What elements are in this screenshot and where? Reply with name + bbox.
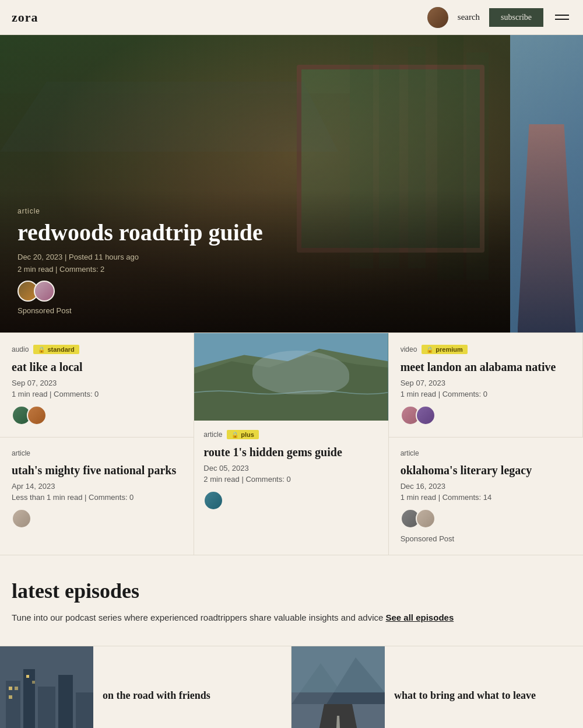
badge-premium: 🔒 premium (422, 345, 467, 354)
comments: Comments: 0 (245, 475, 290, 484)
read-time: 2 min read (203, 475, 239, 484)
card-date: Sep 07, 2023 (12, 379, 182, 387)
card-avatar-1[interactable] (203, 491, 223, 510)
card-date: Apr 14, 2023 (12, 482, 182, 491)
card-tag-row: article (12, 449, 182, 457)
episodes-section: latest episodes Tune into our podcast se… (0, 555, 583, 646)
see-all-episodes-link[interactable]: See all episodes (386, 612, 454, 622)
svg-rect-16 (76, 692, 93, 728)
svg-rect-28 (292, 646, 385, 693)
hero-main-article[interactable]: article redwoods roadtrip guide Dec 20, … (0, 35, 510, 332)
card-date: Dec 16, 2023 (401, 482, 571, 491)
comments: Comments: 14 (442, 493, 492, 502)
hero-overlay: article redwoods roadtrip guide Dec 20, … (0, 190, 510, 332)
card-date: Sep 07, 2023 (401, 379, 571, 387)
hero-read-row: 2 min read | Comments: 2 (17, 265, 493, 274)
svg-rect-19 (15, 687, 18, 690)
card-avatars (203, 491, 378, 510)
hero-separator2: | (55, 265, 59, 274)
card-title: eat like a local (12, 360, 182, 374)
card-tag-row: article 🔒 plus (203, 430, 378, 439)
avatar[interactable] (427, 7, 448, 28)
road-scene (292, 646, 385, 729)
episode-card-1[interactable]: on the road with friends (0, 646, 292, 729)
hamburger-line (555, 15, 569, 16)
search-link[interactable]: search (458, 12, 480, 22)
read-time: 1 min read (401, 493, 436, 502)
svg-rect-21 (26, 675, 29, 678)
svg-rect-15 (58, 675, 73, 728)
svg-marker-6 (0, 82, 338, 152)
lock-icon: 🔒 (426, 346, 433, 353)
header: zora search subscribe (0, 0, 583, 35)
card-image (194, 333, 388, 421)
card-meta: 2 min read | Comments: 0 (203, 475, 378, 484)
read-time: Less than 1 min read (12, 493, 82, 502)
episode-title-2: what to bring and what to leave (394, 690, 574, 702)
card-avatar-2[interactable] (416, 405, 436, 425)
header-right: search subscribe (427, 7, 571, 28)
card-tag-video: video (401, 345, 417, 354)
card-route1[interactable]: article 🔒 plus route 1's hidden gems gui… (194, 333, 388, 555)
episode-info-1: on the road with friends (103, 680, 291, 716)
episode-thumb-2 (292, 646, 385, 729)
card-meta: 1 min read | Comments: 0 (401, 390, 571, 398)
content-grid: audio 🔒 standard eat like a local Sep 07… (0, 332, 583, 555)
badge-plus: 🔒 plus (227, 430, 259, 439)
card-meet-landon[interactable]: video 🔒 premium meet landon an alabama n… (389, 333, 583, 438)
episodes-description: Tune into our podcast series where exper… (12, 611, 571, 625)
hero-title: redwoods roadtrip guide (17, 220, 493, 246)
lock-icon: 🔒 (38, 346, 45, 353)
episode-thumb-1 (0, 646, 93, 729)
hero-side-article[interactable] (510, 35, 583, 332)
svg-rect-18 (9, 687, 12, 690)
svg-rect-22 (32, 681, 35, 684)
episode-thumb-background-1 (0, 646, 93, 729)
card-meta: 1 min read | Comments: 0 (12, 390, 182, 398)
card-tag-article: article (203, 430, 222, 439)
hamburger-menu[interactable] (553, 12, 571, 22)
card-meta: 1 min read | Comments: 14 (401, 493, 571, 502)
card-content: article 🔒 plus route 1's hidden gems gui… (194, 421, 388, 520)
card-avatars (401, 509, 571, 528)
card-tag-row: video 🔒 premium (401, 345, 571, 354)
card-eat-like-local[interactable]: audio 🔒 standard eat like a local Sep 07… (0, 333, 194, 438)
episode-cards: on the road with friends w (0, 646, 583, 729)
episode-card-2[interactable]: what to bring and what to leave (292, 646, 583, 729)
city-scene (0, 646, 93, 729)
hero-date-row: Dec 20, 2023 | Posted 11 hours ago (17, 253, 493, 261)
svg-rect-14 (38, 687, 55, 728)
hero-read-time: 2 min read (17, 265, 53, 274)
card-avatar-2[interactable] (416, 509, 436, 528)
hero-section: article redwoods roadtrip guide Dec 20, … (0, 35, 583, 332)
subscribe-button[interactable]: subscribe (489, 8, 543, 27)
card-avatar-2[interactable] (27, 405, 47, 425)
hero-date: Dec 20, 2023 (17, 253, 62, 261)
badge-label: plus (241, 431, 254, 438)
hero-separator: | (65, 253, 69, 261)
read-time: 1 min read (12, 390, 47, 398)
episode-info-2: what to bring and what to leave (394, 680, 583, 716)
card-title: meet landon an alabama native (401, 360, 571, 374)
card-utah[interactable]: article utah's mighty five national park… (0, 438, 194, 555)
svg-rect-13 (23, 669, 35, 728)
badge-standard: 🔒 standard (33, 345, 79, 354)
episode-thumb-background-2 (292, 646, 385, 729)
logo[interactable]: zora (12, 10, 38, 25)
card-avatar-1[interactable] (12, 509, 31, 528)
hero-tag: article (17, 207, 493, 215)
card-tag-audio: audio (12, 345, 29, 354)
hero-comments: Comments: 2 (59, 265, 104, 274)
hero-sponsored: Sponsored Post (17, 306, 493, 315)
card-oklahoma[interactable]: article oklahoma's literary legacy Dec 1… (389, 438, 583, 555)
svg-rect-20 (9, 695, 12, 699)
card-title: route 1's hidden gems guide (203, 445, 378, 459)
comments: Comments: 0 (54, 390, 99, 398)
hamburger-line (555, 19, 569, 20)
card-tag-row: article (401, 449, 571, 457)
svg-rect-12 (6, 681, 20, 728)
read-time: 1 min read (401, 390, 436, 398)
hero-avatar-2[interactable] (34, 281, 55, 302)
card-title: oklahoma's literary legacy (401, 463, 571, 477)
svg-marker-10 (194, 355, 388, 421)
